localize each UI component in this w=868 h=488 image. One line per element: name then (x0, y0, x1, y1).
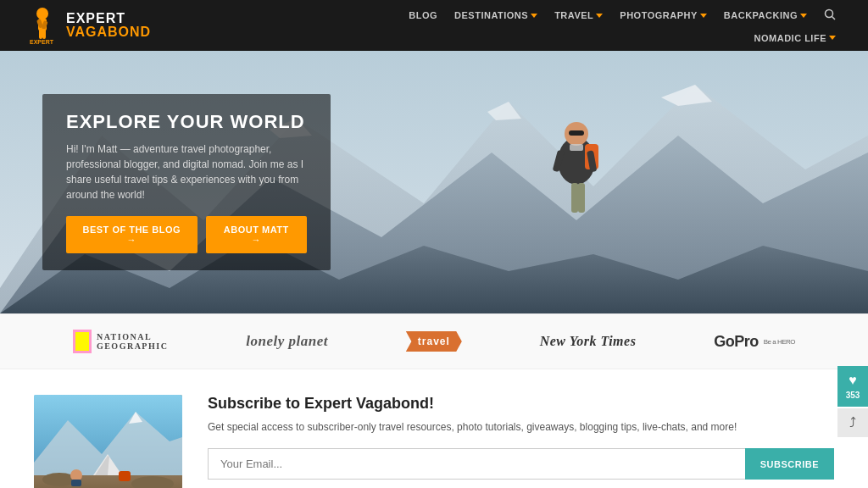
hero-description: Hi! I'm Matt — adventure travel photogra… (66, 141, 307, 202)
nav-backpacking[interactable]: BACKPACKING (717, 7, 814, 24)
heart-icon: ♥ (849, 373, 857, 388)
svg-rect-5 (42, 29, 46, 39)
logo[interactable]: EXPERT EXPERT VAGABOND (25, 7, 151, 45)
photography-dropdown-arrow (700, 14, 707, 18)
hero-content-box: EXPLORE YOUR WORLD Hi! I'm Matt — advent… (42, 94, 331, 270)
share-icon: ⤴ (849, 415, 856, 430)
subscribe-image-svg (34, 395, 182, 488)
subscribe-section: Subscribe to Expert Vagabond! Get specia… (0, 369, 868, 488)
svg-rect-4 (39, 29, 42, 39)
nav-photography[interactable]: PHOTOGRAPHY (613, 7, 713, 24)
svg-point-0 (36, 8, 48, 19)
hero-section: EXPLORE YOUR WORLD Hi! I'm Matt — advent… (0, 51, 868, 313)
destinations-dropdown-arrow (531, 14, 537, 18)
floating-sidebar: ♥ 353 ⤴ (837, 366, 868, 437)
about-matt-button[interactable]: ABOUT MATT → (206, 216, 307, 253)
nav-row-1: BLOG DESTINATIONS TRAVEL PHOTOGRAPHY BAC… (402, 5, 843, 26)
floating-share-button[interactable]: ⤴ (837, 408, 868, 437)
main-navigation: BLOG DESTINATIONS TRAVEL PHOTOGRAPHY BAC… (402, 5, 843, 47)
email-input[interactable] (208, 448, 745, 480)
nav-row-2: NOMADIC LIFE (748, 30, 843, 47)
brand-gopro: GoPro Be a HERO (714, 333, 795, 351)
search-button[interactable] (817, 5, 843, 26)
svg-rect-21 (571, 183, 578, 213)
subscribe-image (34, 395, 182, 488)
nat-geo-box-icon (73, 330, 92, 353)
backpacking-dropdown-arrow (800, 14, 807, 18)
nomadic-life-dropdown-arrow (829, 36, 836, 40)
travel-dropdown-arrow (596, 14, 603, 18)
svg-rect-18 (569, 130, 584, 136)
floating-like-button[interactable]: ♥ 353 (837, 366, 868, 407)
logo-text: EXPERT VAGABOND (66, 12, 151, 39)
svg-line-8 (832, 16, 836, 19)
best-of-blog-button[interactable]: BEST OF THE BLOG → (66, 216, 198, 253)
nav-blog[interactable]: BLOG (402, 7, 444, 24)
brand-logos-bar: NATIONAL GEOGRAPHIC lonely planet travel… (0, 313, 868, 369)
svg-rect-35 (119, 471, 131, 481)
svg-rect-20 (570, 144, 583, 151)
svg-rect-34 (71, 480, 81, 486)
subscribe-button[interactable]: SUBSCRIBE (745, 448, 834, 480)
nav-travel[interactable]: TRAVEL (548, 7, 609, 24)
nav-destinations[interactable]: DESTINATIONS (448, 7, 544, 24)
brand-lonely-planet: lonely planet (246, 333, 328, 350)
brand-new-york-times: New York Times (540, 334, 637, 349)
nav-nomadic-life[interactable]: NOMADIC LIFE (748, 30, 843, 47)
search-icon (824, 8, 836, 20)
svg-text:EXPERT: EXPERT (30, 39, 54, 45)
logo-icon: EXPERT (25, 7, 59, 45)
subscribe-title: Subscribe to Expert Vagabond! (208, 395, 834, 413)
svg-point-33 (70, 469, 82, 481)
hero-title: EXPLORE YOUR WORLD (66, 111, 307, 133)
subscribe-description: Get special access to subscriber-only tr… (208, 419, 834, 435)
brand-national-geographic: NATIONAL GEOGRAPHIC (73, 330, 168, 353)
brand-travel-channel: travel (406, 331, 462, 352)
site-header: EXPERT EXPERT VAGABOND BLOG DESTINATIONS… (0, 0, 868, 51)
svg-rect-22 (578, 183, 585, 213)
like-count: 353 (846, 391, 860, 400)
hero-buttons: BEST OF THE BLOG → ABOUT MATT → (66, 216, 307, 253)
svg-point-7 (826, 9, 833, 17)
subscribe-form-area: Subscribe to Expert Vagabond! Get specia… (208, 395, 834, 488)
email-input-row: SUBSCRIBE (208, 448, 834, 480)
